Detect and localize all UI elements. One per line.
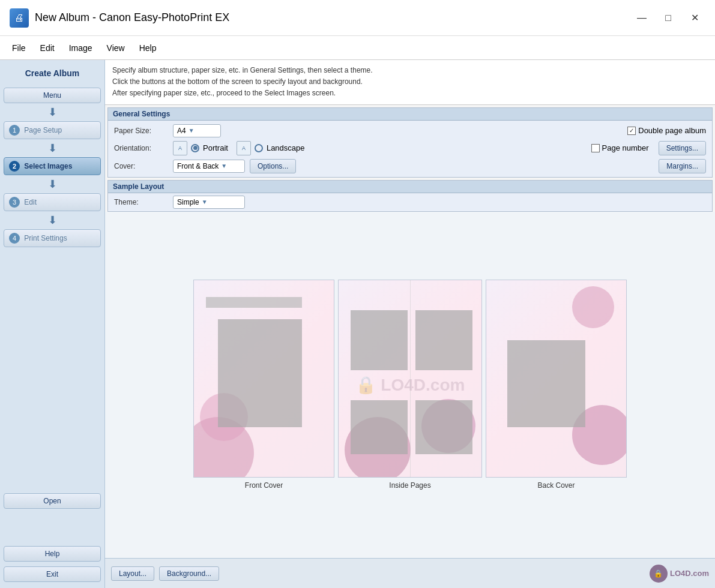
front-cover-card <box>193 280 334 478</box>
inside-photo-left-top <box>351 310 408 370</box>
general-settings-body: Paper Size: A4 ▼ Double page album Orien… <box>108 121 712 177</box>
menu-help[interactable]: Help <box>132 40 164 56</box>
general-settings-title: General Settings <box>108 108 712 121</box>
portrait-radio[interactable] <box>191 144 199 152</box>
margins-button[interactable]: Margins... <box>659 159 706 173</box>
options-button[interactable]: Options... <box>250 159 296 173</box>
step-num-4: 4 <box>9 233 20 244</box>
page-number-label: Page number <box>602 143 649 152</box>
back-cover-wrap: Back Cover <box>486 280 627 490</box>
window-title: New Album - Canon Easy-PhotoPrint EX <box>35 11 631 24</box>
orientation-label: Orientation: <box>114 144 168 152</box>
menu-image[interactable]: Image <box>62 40 100 56</box>
cover-dropdown[interactable]: Front & Back ▼ <box>173 160 245 173</box>
arrow-down-1: ⬇ <box>4 106 101 119</box>
menu-button[interactable]: Menu <box>4 88 101 103</box>
double-page-checkbox[interactable] <box>627 127 636 135</box>
step-num-3: 3 <box>9 197 20 208</box>
sample-layout-body: Theme: Simple ▼ <box>108 193 712 211</box>
help-button[interactable]: Help <box>4 546 101 562</box>
app-icon: 🖨 <box>10 8 29 28</box>
bottom-logo: 🔒 LO4D.com <box>650 565 709 583</box>
sample-layout-section: Sample Layout Theme: Simple ▼ <box>107 180 713 212</box>
sample-layout-title: Sample Layout <box>108 181 712 193</box>
landscape-icon: A <box>237 141 251 155</box>
landscape-label: Landscape <box>267 143 305 152</box>
page-number-wrap[interactable]: Page number <box>591 143 649 152</box>
info-bar: Specify album structure, paper size, etc… <box>105 60 715 105</box>
inside-photo-right-bottom <box>415 400 472 454</box>
cover-label: Cover: <box>114 162 168 170</box>
sidebar-item-page-setup[interactable]: 1 Page Setup <box>4 121 101 139</box>
step-label-1: Page Setup <box>24 126 62 134</box>
sidebar-item-edit[interactable]: 3 Edit <box>4 193 101 211</box>
portrait-label: Portrait <box>203 143 228 152</box>
front-cover-label: Front Cover <box>245 481 283 490</box>
info-line-1: Specify album structure, paper size, etc… <box>112 65 708 76</box>
theme-value: Simple <box>177 198 199 206</box>
orientation-row: Orientation: A Portrait A Landscape Page… <box>114 141 706 155</box>
cover-row: Cover: Front & Back ▼ Options... Margins… <box>114 159 706 173</box>
landscape-radio[interactable] <box>255 144 263 152</box>
paper-size-dropdown[interactable]: A4 ▼ <box>173 124 221 137</box>
paper-size-row: Paper Size: A4 ▼ Double page album <box>114 124 706 137</box>
inside-photo-right-top <box>415 310 472 370</box>
inside-photo-left-bottom <box>351 400 408 454</box>
arrow-down-2: ⬇ <box>4 142 101 155</box>
theme-row: Theme: Simple ▼ <box>114 196 706 209</box>
maximize-button[interactable]: □ <box>657 7 679 29</box>
back-cover-label: Back Cover <box>537 481 575 490</box>
minimize-button[interactable]: — <box>631 7 653 29</box>
bottom-left-buttons: Layout... Background... <box>111 566 219 581</box>
step-label-4: Print Settings <box>24 234 67 242</box>
info-line-3: After specifying paper size, etc., proce… <box>112 88 708 99</box>
close-button[interactable]: ✕ <box>684 7 705 29</box>
sidebar-item-print-settings[interactable]: 4 Print Settings <box>4 229 101 247</box>
logo-text: LO4D.com <box>670 569 709 578</box>
paper-size-arrow: ▼ <box>189 127 195 134</box>
step-label-2: Select Images <box>24 162 72 170</box>
title-bar: 🖨 New Album - Canon Easy-PhotoPrint EX —… <box>0 0 715 36</box>
back-photo-box <box>507 340 585 427</box>
preview-container: 🔒 LO4D.com Front Cover <box>105 212 715 558</box>
inside-pages-card <box>338 280 482 478</box>
bottom-bar: Layout... Background... 🔒 LO4D.com <box>105 558 715 588</box>
general-settings-section: General Settings Paper Size: A4 ▼ Double… <box>107 107 713 178</box>
orientation-control: A Portrait A Landscape <box>173 141 305 155</box>
paper-size-value: A4 <box>177 127 186 135</box>
exit-button[interactable]: Exit <box>4 566 101 582</box>
arrow-down-3: ⬇ <box>4 178 101 191</box>
theme-dropdown[interactable]: Simple ▼ <box>173 196 245 209</box>
step-label-3: Edit <box>24 198 37 206</box>
sidebar-bottom: Open Help Exit <box>4 492 101 583</box>
front-photo-box <box>218 319 302 427</box>
sidebar: Create Album Menu ⬇ 1 Page Setup ⬇ 2 Sel… <box>0 60 105 588</box>
portrait-icon: A <box>173 141 187 155</box>
menu-view[interactable]: View <box>100 40 132 56</box>
main-layout: Create Album Menu ⬇ 1 Page Setup ⬇ 2 Sel… <box>0 60 715 588</box>
sidebar-item-select-images[interactable]: 2 Select Images <box>4 157 101 175</box>
double-page-wrap[interactable]: Double page album <box>627 126 706 135</box>
sidebar-title: Create Album <box>4 65 101 82</box>
layout-button[interactable]: Layout... <box>111 566 154 581</box>
theme-arrow: ▼ <box>202 199 208 205</box>
step-num-1: 1 <box>9 125 20 136</box>
page-number-checkbox[interactable] <box>591 144 600 152</box>
paper-size-label: Paper Size: <box>114 127 168 135</box>
settings-button[interactable]: Settings... <box>659 141 706 155</box>
content-area: Specify album structure, paper size, etc… <box>105 60 715 588</box>
logo-icon: 🔒 <box>650 565 668 583</box>
inside-pages-label: Inside Pages <box>389 481 430 490</box>
background-button[interactable]: Background... <box>159 566 219 581</box>
menu-edit[interactable]: Edit <box>33 40 62 56</box>
cover-value: Front & Back <box>177 162 219 170</box>
cover-arrow: ▼ <box>221 163 227 169</box>
menu-bar: File Edit Image View Help <box>0 36 715 60</box>
double-page-label: Double page album <box>638 126 706 135</box>
menu-file[interactable]: File <box>5 40 33 56</box>
back-deco-2 <box>572 286 614 328</box>
inside-pages-wrap: Inside Pages <box>338 280 482 490</box>
theme-label: Theme: <box>114 198 168 206</box>
title-strip <box>206 297 302 308</box>
open-button[interactable]: Open <box>4 493 101 509</box>
